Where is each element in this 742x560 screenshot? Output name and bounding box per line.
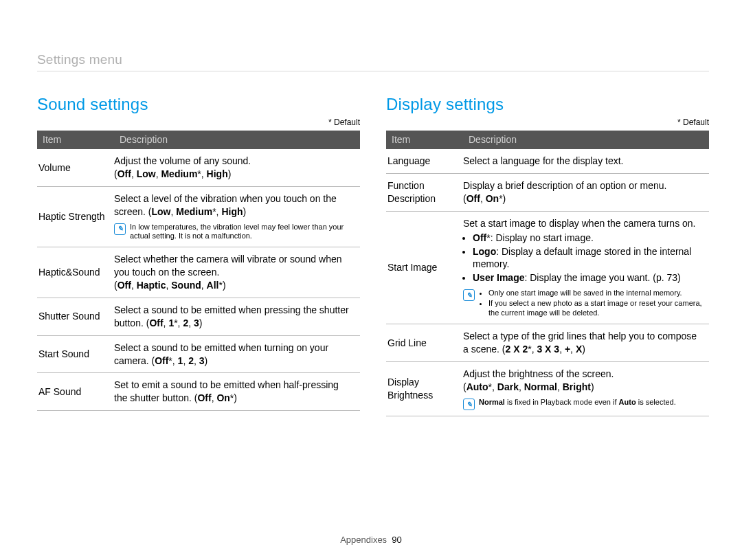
table-row: Grid LineSelect a type of the grid lines… [386, 324, 709, 362]
desc-cell: Select a sound to be emitted when pressi… [114, 298, 360, 335]
desc-cell: Select a language for the display text. [463, 149, 709, 173]
desc-cell: Set to emit a sound to be emitted when h… [114, 373, 360, 411]
desc-text: Select whether the camera will vibrate o… [114, 253, 355, 279]
table-header-row: Item Description [37, 131, 360, 149]
table-row: Start ImageSet a start image to display … [386, 211, 709, 324]
display-heading: Display settings [386, 93, 709, 115]
desc-cell: Select a level of the vibration when you… [114, 186, 360, 247]
desc-text: Select a level of the vibration when you… [114, 192, 355, 219]
list-item: Off*: Display no start image. [473, 232, 704, 245]
table-row: VolumeAdjust the volume of any sound.(Of… [37, 149, 360, 186]
table-row: Haptic&SoundSelect whether the camera wi… [37, 247, 360, 298]
desc-cell: Select a type of the grid lines that hel… [463, 324, 709, 362]
item-cell: Start Sound [37, 335, 114, 373]
sound-column: Sound settings * Default Item Descriptio… [37, 93, 360, 416]
desc-cell: Set a start image to display when the ca… [463, 211, 709, 324]
item-cell: Display Brightness [386, 362, 463, 416]
table-row: Display BrightnessAdjust the brightness … [386, 362, 709, 416]
desc-cell: Select a sound to be emitted when turnin… [114, 335, 360, 373]
note-text: Normal is fixed in Playback mode even if… [479, 398, 676, 407]
item-cell: Volume [37, 149, 114, 186]
table-row: Start SoundSelect a sound to be emitted … [37, 335, 360, 373]
desc-cell: Adjust the brightness of the screen.(Aut… [463, 362, 709, 416]
col-desc: Description [114, 131, 360, 149]
col-desc: Description [463, 131, 709, 149]
manual-page: Settings menu Sound settings * Default I… [0, 0, 742, 560]
breadcrumb: Settings menu [37, 51, 709, 71]
table-header-row: Item Description [386, 131, 709, 149]
content-columns: Sound settings * Default Item Descriptio… [37, 93, 709, 416]
list-item: If you select a new photo as a start ima… [488, 299, 704, 318]
options: (Off, Low, Medium*, High) [114, 168, 355, 181]
desc-bullets: Off*: Display no start image.Logo: Displ… [473, 232, 704, 285]
table-row: Shutter SoundSelect a sound to be emitte… [37, 298, 360, 335]
list-item: User Image: Display the image you want. … [473, 271, 704, 284]
note-icon: ✎ [463, 289, 475, 301]
table-row: Haptic StrengthSelect a level of the vib… [37, 186, 360, 247]
note-text: In low temperatures, the vibration level… [130, 223, 355, 242]
note-icon: ✎ [114, 223, 126, 235]
options: (Auto*, Dark, Normal, Bright) [463, 381, 704, 394]
options: (Off, On*) [463, 192, 704, 205]
desc-text: Display a brief description of an option… [463, 179, 704, 192]
item-cell: Grid Line [386, 324, 463, 362]
desc-cell: Select whether the camera will vibrate o… [114, 247, 360, 298]
sound-heading: Sound settings [37, 93, 360, 115]
desc-cell: Display a brief description of an option… [463, 174, 709, 212]
item-cell: Shutter Sound [37, 298, 114, 335]
desc-text: Set to emit a sound to be emitted when h… [114, 379, 355, 405]
col-item: Item [37, 131, 114, 149]
col-item: Item [386, 131, 463, 149]
desc-text: Adjust the volume of any sound. [114, 155, 355, 168]
table-row: AF SoundSet to emit a sound to be emitte… [37, 373, 360, 411]
list-item: Logo: Display a default image stored in … [473, 245, 704, 271]
default-note: * Default [386, 117, 709, 128]
sound-table: Item Description VolumeAdjust the volume… [37, 131, 360, 411]
item-cell: Start Image [386, 211, 463, 324]
desc-text: Select a language for the display text. [463, 155, 704, 168]
note: ✎Normal is fixed in Playback mode even i… [463, 398, 704, 410]
item-cell: AF Sound [37, 373, 114, 411]
note-icon: ✎ [463, 399, 475, 410]
list-item: Only one start image will be saved in th… [488, 289, 704, 298]
options: (Off, Haptic, Sound, All*) [114, 279, 355, 292]
display-table: Item Description LanguageSelect a langua… [386, 131, 709, 416]
note: ✎In low temperatures, the vibration leve… [114, 223, 355, 242]
display-column: Display settings * Default Item Descript… [386, 93, 709, 416]
item-cell: Function Description [386, 174, 463, 212]
note: ✎Only one start image will be saved in t… [463, 289, 704, 318]
item-cell: Haptic&Sound [37, 247, 114, 298]
note-list: Only one start image will be saved in th… [479, 289, 704, 318]
page-footer: Appendixes 90 [0, 534, 742, 546]
desc-cell: Adjust the volume of any sound.(Off, Low… [114, 149, 360, 186]
desc-text: Select a type of the grid lines that hel… [463, 330, 704, 356]
table-row: LanguageSelect a language for the displa… [386, 149, 709, 173]
footer-section: Appendixes [340, 535, 387, 545]
desc-text: Set a start image to display when the ca… [463, 217, 704, 230]
item-cell: Language [386, 149, 463, 173]
default-note: * Default [37, 117, 360, 128]
item-cell: Haptic Strength [37, 186, 114, 247]
desc-text: Select a sound to be emitted when pressi… [114, 304, 355, 330]
page-number: 90 [392, 535, 401, 545]
desc-text: Adjust the brightness of the screen. [463, 368, 704, 381]
table-row: Function DescriptionDisplay a brief desc… [386, 174, 709, 212]
desc-text: Select a sound to be emitted when turnin… [114, 341, 355, 368]
